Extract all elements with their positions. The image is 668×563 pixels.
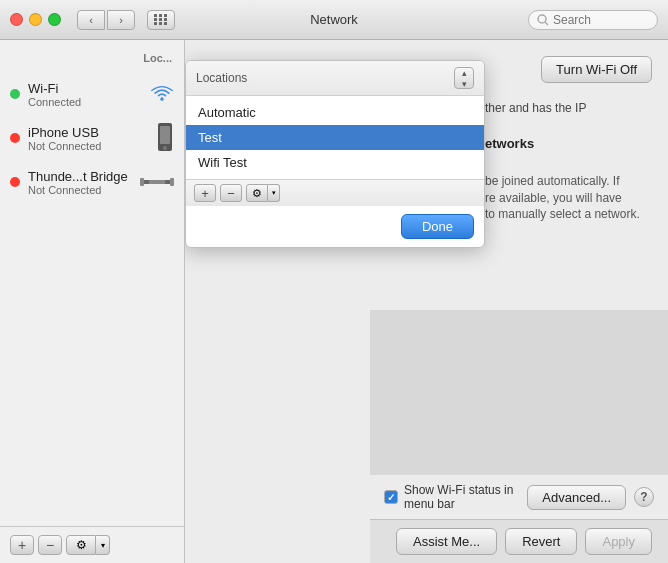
network-status-wifi: Connected	[28, 96, 142, 108]
network-info-wifi: Wi-Fi Connected	[28, 81, 142, 108]
dd-gear-arrow[interactable]: ▾	[268, 184, 280, 202]
svg-rect-9	[140, 178, 144, 186]
sidebar-item-iphone-usb[interactable]: iPhone USB Not Connected	[0, 116, 184, 160]
show-wifi-label: Show Wi-Fi status in menu bar	[404, 483, 519, 511]
wifi-icon	[150, 85, 174, 103]
network-name-wifi: Wi-Fi	[28, 81, 142, 96]
wifi-footer-row: Show Wi-Fi status in menu bar Advanced..…	[370, 475, 668, 519]
traffic-lights	[10, 13, 61, 26]
assist-me-button[interactable]: Assist Me...	[396, 528, 497, 555]
dropdown-footer: + − ⚙ ▾	[186, 179, 484, 206]
sidebar-item-thunderbolt[interactable]: Thunde...t Bridge Not Connected	[0, 160, 184, 204]
dd-gear-group: ⚙ ▾	[246, 184, 280, 202]
status-dot-iphone	[10, 133, 20, 143]
network-name-thunderbolt: Thunde...t Bridge	[28, 169, 132, 184]
wifi-desc-partial: ther and has the IP	[485, 100, 652, 117]
network-name-iphone: iPhone USB	[28, 125, 148, 140]
remove-location-button[interactable]: −	[220, 184, 242, 202]
app-grid-button[interactable]	[147, 10, 175, 30]
back-button[interactable]: ‹	[77, 10, 105, 30]
preferred-desc: be joined automatically. If re available…	[485, 156, 652, 223]
thunderbolt-icon	[140, 171, 174, 193]
help-button[interactable]: ?	[634, 487, 654, 507]
svg-point-5	[163, 146, 167, 150]
svg-point-0	[538, 15, 546, 23]
forward-button[interactable]: ›	[107, 10, 135, 30]
network-info-thunderbolt: Thunde...t Bridge Not Connected	[28, 169, 132, 196]
main-content: Loc... Wi-Fi Connected iPhone USB Not Co…	[0, 40, 668, 563]
preferred-title: etworks	[485, 136, 652, 151]
window-title: Network	[310, 12, 358, 27]
svg-point-2	[160, 97, 163, 100]
titlebar: ‹ › Network	[0, 0, 668, 40]
add-location-button[interactable]: +	[194, 184, 216, 202]
gray-area	[370, 310, 668, 475]
gear-dropdown-arrow[interactable]: ▾	[96, 535, 110, 555]
dd-gear-button[interactable]: ⚙	[246, 184, 268, 202]
gear-button[interactable]: ⚙	[66, 535, 96, 555]
dropdown-arrow-button[interactable]: ▴ ▾	[454, 67, 474, 89]
search-bar[interactable]	[528, 10, 658, 30]
search-input[interactable]	[553, 13, 643, 27]
done-button-row: Done	[186, 206, 484, 247]
network-status-iphone: Not Connected	[28, 140, 148, 152]
dropdown-header: Locations ▴ ▾	[186, 61, 484, 96]
sidebar: Loc... Wi-Fi Connected iPhone USB Not Co…	[0, 40, 185, 563]
sidebar-item-wifi[interactable]: Wi-Fi Connected	[0, 72, 184, 116]
gear-dropdown: ⚙ ▾	[66, 535, 110, 555]
network-info-iphone: iPhone USB Not Connected	[28, 125, 148, 152]
dropdown-header-label: Locations	[196, 71, 247, 85]
revert-button[interactable]: Revert	[505, 528, 577, 555]
status-dot-thunderbolt	[10, 177, 20, 187]
apply-button[interactable]: Apply	[585, 528, 652, 555]
turn-wifi-button[interactable]: Turn Wi-Fi Off	[541, 56, 652, 83]
dropdown-list: Automatic Test Wifi Test	[186, 96, 484, 179]
maximize-button[interactable]	[48, 13, 61, 26]
location-wifi-test[interactable]: Wifi Test	[186, 150, 484, 175]
search-icon	[537, 14, 549, 26]
network-status-thunderbolt: Not Connected	[28, 184, 132, 196]
iphone-icon	[156, 123, 174, 153]
show-wifi-checkbox-row: Show Wi-Fi status in menu bar	[384, 483, 519, 511]
svg-line-1	[545, 22, 548, 25]
close-button[interactable]	[10, 13, 23, 26]
sidebar-footer: + − ⚙ ▾	[0, 526, 184, 563]
remove-network-button[interactable]: −	[38, 535, 62, 555]
turn-wifi-container: Turn Wi-Fi Off	[541, 56, 652, 83]
add-network-button[interactable]: +	[10, 535, 34, 555]
status-dot-wifi	[10, 89, 20, 99]
location-test[interactable]: Test	[186, 125, 484, 150]
nav-buttons: ‹ ›	[77, 10, 135, 30]
locations-dropdown: Locations ▴ ▾ Automatic Test Wifi Test +…	[185, 60, 485, 248]
right-panel: Locations ▴ ▾ Automatic Test Wifi Test +…	[185, 40, 668, 563]
location-automatic[interactable]: Automatic	[186, 100, 484, 125]
svg-rect-10	[170, 178, 174, 186]
grid-icon	[154, 14, 168, 25]
done-button[interactable]: Done	[401, 214, 474, 239]
show-wifi-checkbox[interactable]	[384, 490, 398, 504]
svg-rect-4	[160, 126, 170, 144]
sidebar-locations-header: Loc...	[0, 48, 184, 72]
minimize-button[interactable]	[29, 13, 42, 26]
bottom-bar: Assist Me... Revert Apply	[370, 519, 668, 563]
advanced-button[interactable]: Advanced...	[527, 485, 626, 510]
